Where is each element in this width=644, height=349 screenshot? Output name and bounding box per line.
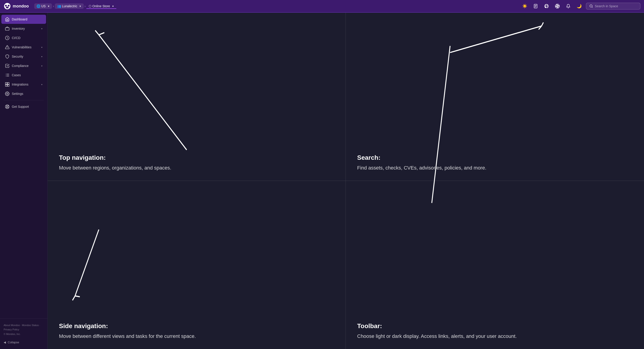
collapse-label: Collapse: [8, 340, 19, 344]
top-nav-annotation-desc: Move between regions, organizations, and…: [59, 164, 334, 172]
theme-button[interactable]: 🌙: [575, 2, 583, 10]
bell-icon: [566, 4, 570, 9]
sidebar-item-label-dashboard: Dashboard: [12, 18, 42, 21]
github-button[interactable]: [542, 2, 550, 10]
collapse-chevron-icon: ◀: [4, 340, 6, 344]
annotation-side-nav: Side navigation: Move between different …: [48, 181, 346, 349]
sidebar-nav: Dashboard Inventory ▾ CI/CD Vulnerab: [0, 13, 48, 318]
home-icon: [5, 17, 10, 22]
about-link[interactable]: About Mondoo: [4, 324, 20, 326]
svg-rect-10: [6, 28, 9, 31]
chevron-down-icon: ▾: [41, 46, 42, 49]
region-selector[interactable]: 🌐 US ▼: [34, 4, 52, 9]
sidebar-item-integrations[interactable]: Integrations ▾: [1, 80, 46, 89]
annotation-top-nav: Top navigation: Move between regions, or…: [48, 13, 346, 181]
chevron-down-icon: ▼: [112, 5, 114, 8]
chevron-down-icon: ▾: [41, 28, 42, 30]
support-icon: [5, 104, 10, 109]
integrations-icon: [5, 82, 10, 87]
vuln-icon: [5, 45, 10, 50]
chevron-down-icon: ▾: [41, 83, 42, 86]
org-selector[interactable]: 👥 Lunalectric ▼: [55, 4, 84, 9]
svg-rect-23: [6, 85, 7, 87]
sidebar-item-label-cicd: CI/CD: [12, 36, 42, 40]
github-icon: [544, 4, 549, 9]
search-icon: [589, 4, 593, 8]
sidebar-item-settings[interactable]: Settings: [1, 89, 46, 98]
top-navigation: mondoo 🌐 US ▼ › 👥 Lunalectric ▼ › ⬡ Onli…: [0, 0, 644, 13]
sidebar-item-vulnerabilities[interactable]: Vulnerabilities ▾: [1, 43, 46, 52]
sidebar-item-label-inventory: Inventory: [12, 27, 39, 31]
docs-icon: [533, 4, 538, 9]
bell-button[interactable]: [564, 2, 572, 10]
svg-point-1: [5, 5, 7, 7]
search-box[interactable]: [586, 3, 640, 10]
space-label: Online Store: [92, 4, 110, 8]
sidebar-item-label-settings: Settings: [12, 92, 42, 96]
logo[interactable]: mondoo: [4, 3, 29, 10]
svg-rect-21: [8, 83, 9, 84]
sidebar-item-label-support: Get Support: [12, 105, 42, 109]
security-icon: [5, 54, 10, 59]
slack-icon: [555, 4, 560, 9]
chevron-down-icon: ▼: [48, 5, 50, 8]
annotations-grid: Top navigation: Move between regions, or…: [48, 13, 644, 349]
status-link[interactable]: Mondoo Status: [22, 324, 39, 326]
sidebar-item-support[interactable]: Get Support: [1, 102, 46, 111]
privacy-link[interactable]: Privacy Policy: [4, 328, 19, 331]
svg-line-31: [6, 107, 7, 108]
search-annotation-title: Search:: [357, 154, 633, 161]
cases-icon: [5, 73, 10, 77]
svg-point-3: [6, 7, 8, 9]
space-selector[interactable]: ⬡ Online Store ▼: [86, 4, 116, 9]
annotation-search: Search: Find assets, checks, CVEs, advis…: [346, 13, 644, 181]
sidebar-item-label-security: Security: [12, 55, 39, 58]
breadcrumb-separator: ›: [53, 4, 54, 8]
slack-button[interactable]: [553, 2, 562, 10]
sidebar-item-dashboard[interactable]: Dashboard: [1, 15, 46, 24]
chevron-down-icon: ▾: [41, 65, 42, 67]
top-nav-annotation-title: Top navigation:: [59, 154, 334, 161]
sidebar-divider: [4, 100, 44, 100]
copyright: © Mondoo, Inc.: [4, 332, 44, 336]
space-icon: ⬡: [89, 4, 92, 8]
sidebar-item-cases[interactable]: Cases: [1, 71, 46, 80]
settings-icon: [5, 92, 10, 96]
toolbar-annotation-title: Toolbar:: [357, 322, 633, 330]
annotation-toolbar: Toolbar: Choose light or dark display. A…: [346, 181, 644, 349]
sidebar-item-compliance[interactable]: Compliance ▾: [1, 61, 46, 70]
svg-line-27: [6, 105, 7, 106]
sidebar-item-inventory[interactable]: Inventory ▾: [1, 24, 46, 33]
region-label: US: [41, 4, 46, 8]
side-nav-annotation-desc: Move between different views and tasks f…: [59, 332, 334, 340]
sidebar-links: About Mondoo · Mondoo Status · Privacy P…: [0, 321, 48, 338]
cicd-icon: [5, 36, 10, 40]
inventory-icon: [5, 26, 10, 31]
main-content: Top navigation: Move between regions, or…: [48, 13, 644, 349]
dashboard-overlay: Top navigation: Move between regions, or…: [48, 13, 644, 349]
search-annotation-desc: Find assets, checks, CVEs, advisories, p…: [357, 164, 633, 172]
side-nav-annotation-title: Side navigation:: [59, 322, 334, 330]
logo-text: mondoo: [13, 4, 29, 9]
topnav-toolbar: ☀️ 🌙: [521, 2, 640, 10]
sidebar-collapse-button[interactable]: ◀ Collapse: [0, 338, 48, 346]
sun-button[interactable]: ☀️: [521, 2, 529, 10]
svg-point-24: [7, 93, 8, 94]
globe-icon: 🌐: [36, 4, 40, 8]
sidebar-item-label-integrations: Integrations: [12, 83, 39, 86]
svg-rect-22: [8, 85, 9, 87]
sidebar-item-cicd[interactable]: CI/CD: [1, 33, 46, 43]
chevron-down-icon: ▼: [79, 5, 82, 8]
search-input[interactable]: [595, 4, 637, 8]
compliance-icon: [5, 64, 10, 68]
chevron-down-icon: ▾: [41, 55, 42, 58]
org-label: Lunalectric: [62, 4, 77, 8]
toolbar-annotation-desc: Choose light or dark display. Access lin…: [357, 332, 633, 340]
mondoo-logo-icon: [4, 3, 11, 10]
sidebar-footer: About Mondoo · Mondoo Status · Privacy P…: [0, 318, 48, 349]
svg-line-28: [8, 107, 8, 108]
sidebar-item-security[interactable]: Security ▾: [1, 52, 46, 61]
sidebar: Dashboard Inventory ▾ CI/CD Vulnerab: [0, 13, 48, 349]
svg-line-30: [8, 106, 8, 106]
docs-button[interactable]: [532, 2, 540, 10]
